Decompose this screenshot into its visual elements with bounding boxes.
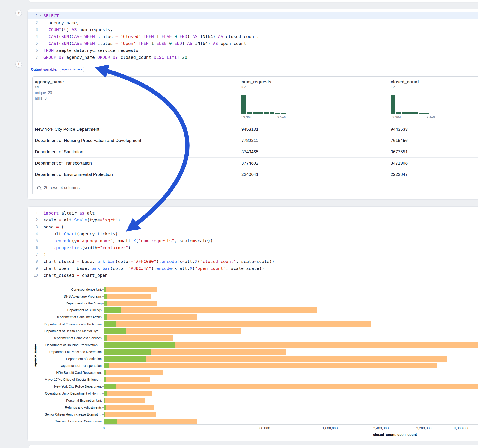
code-line[interactable]: 5 CAST(SUM(CASE WHEN status = 'Open' THE… [28, 40, 478, 47]
y-axis-label: Senior Citizen Rent Increase Exempti… [40, 411, 102, 418]
table-cell: 3749485 [241, 149, 391, 154]
y-axis-label: Refunds and Adjustments [40, 404, 102, 411]
bar-closed_count[interactable] [104, 384, 478, 389]
collapse-chevron-icon[interactable]: ▾ [38, 12, 43, 19]
python-editor[interactable]: 1import altair as alt2scale = alt.Scale(… [28, 207, 478, 279]
histogram-min: 53,304 [391, 115, 401, 119]
code-line[interactable]: 5 .encode(y="agency_name", x=alt.X("num_… [28, 237, 478, 244]
code-text[interactable]: alt.Chart(agency_tickets) [43, 230, 478, 237]
code-text[interactable]: GROUP BY agency_name ORDER BY closed_cou… [43, 54, 478, 61]
code-text[interactable]: agency_name, [43, 19, 478, 26]
code-text[interactable]: ) [43, 251, 478, 258]
bar-closed_count[interactable] [104, 322, 371, 327]
bar-open_count[interactable] [104, 307, 121, 313]
code-text[interactable]: .encode(y="agency_name", x=alt.X("num_re… [43, 237, 478, 244]
code-text[interactable]: CAST(SUM(CASE WHEN status = 'Closed' THE… [43, 33, 478, 40]
bar-open_count[interactable] [104, 314, 107, 320]
code-line[interactable]: 4 alt.Chart(agency_tickets) [28, 230, 478, 237]
sql-editor[interactable]: 1▾SELECT 2 agency_name,3 COUNT(*) AS num… [28, 9, 478, 61]
bar-open_count[interactable] [104, 363, 109, 368]
code-line[interactable]: 3 COUNT(*) AS num_requests, [28, 26, 478, 33]
bar-closed_count[interactable] [104, 335, 173, 341]
bar-open_count[interactable] [104, 287, 106, 292]
bar-closed_count[interactable] [104, 412, 156, 417]
bar-open_count[interactable] [104, 370, 106, 375]
code-line[interactable]: 2 agency_name, [28, 19, 478, 26]
column-header-num_requests[interactable]: num_requestsi6453,3049.5e6 [241, 79, 286, 119]
previous-cell-edge [29, 0, 478, 2]
code-text[interactable]: chart_closed = base.mark_bar(color="#FFC… [43, 258, 478, 265]
bar-open_count[interactable] [104, 412, 105, 417]
code-line[interactable]: 1▾SELECT [28, 12, 478, 19]
code-text[interactable]: base = ( [43, 224, 478, 230]
code-text[interactable]: chart_closed + chart_open [43, 272, 478, 279]
bar-closed_count[interactable] [104, 377, 150, 382]
table-row[interactable]: New York City Police Department945313194… [32, 124, 478, 135]
bar-open_count[interactable] [104, 356, 146, 361]
code-line[interactable]: 10chart_closed + chart_open [28, 272, 478, 279]
table-row[interactable]: Department of Environmental Protection22… [32, 169, 478, 180]
code-text[interactable]: scale = alt.Scale(type="sqrt") [43, 217, 478, 224]
code-line[interactable]: 6FROM sample_data.nyc.service_requests [28, 47, 478, 54]
bar-closed_count[interactable] [104, 356, 447, 361]
column-header-agency_name[interactable]: agency_namestrunique: 20nulls: 0 [35, 79, 64, 100]
line-number: 2 [28, 19, 38, 26]
chart-gridline [330, 286, 330, 424]
code-text[interactable]: chart_open = base.mark_bar(color="#8BC34… [43, 265, 478, 272]
bar-closed_count[interactable] [104, 300, 157, 306]
histogram-bar [258, 112, 263, 114]
table-row[interactable]: Department of Sanitation37494853677651 [32, 146, 478, 158]
histogram-bar [430, 114, 435, 114]
bar-open_count[interactable] [104, 391, 107, 396]
code-line[interactable]: 7GROUP BY agency_name ORDER BY closed_co… [28, 54, 478, 61]
table-row[interactable]: Department of Housing Preservation and D… [32, 135, 478, 146]
bar-closed_count[interactable] [104, 287, 157, 292]
code-text[interactable]: CAST(SUM(CASE WHEN status = 'Open' THEN … [43, 40, 478, 47]
bar-closed_count[interactable] [104, 314, 197, 320]
bar-open_count[interactable] [104, 294, 107, 299]
bar-closed_count[interactable] [104, 418, 197, 424]
bar-open_count[interactable] [104, 398, 105, 403]
search-icon[interactable] [37, 186, 41, 189]
table-row[interactable]: Department of Transportation377489234719… [32, 158, 478, 169]
bar-closed_count[interactable] [104, 398, 145, 403]
bar-open_count[interactable] [104, 384, 116, 389]
bar-open_count[interactable] [104, 328, 126, 334]
add-cell-button[interactable]: + [15, 61, 22, 68]
bar-open_count[interactable] [104, 418, 117, 424]
output-variable-chip[interactable]: agency_tickets [60, 67, 84, 72]
bar-open_count[interactable] [104, 342, 175, 348]
gutter-spacer [38, 258, 43, 265]
code-line[interactable]: 4 CAST(SUM(CASE WHEN status = 'Closed' T… [28, 33, 478, 40]
bar-closed_count[interactable] [104, 363, 437, 368]
code-line[interactable]: 9chart_open = base.mark_bar(color="#8BC3… [28, 265, 478, 272]
code-line[interactable]: 1import altair as alt [28, 210, 478, 217]
bar-open_count[interactable] [104, 300, 107, 306]
code-text[interactable]: FROM sample_data.nyc.service_requests [43, 47, 478, 54]
code-text[interactable]: COUNT(*) AS num_requests, [43, 26, 478, 33]
code-text[interactable]: .properties(width="container") [43, 244, 478, 251]
collapse-chevron-icon[interactable]: ▾ [38, 224, 43, 230]
code-line[interactable]: 3▾base = ( [28, 224, 478, 230]
bar-closed_count[interactable] [104, 391, 152, 396]
bar-closed_count[interactable] [104, 370, 163, 375]
gutter-spacer [38, 40, 43, 47]
code-text[interactable]: import altair as alt [43, 210, 478, 217]
bar-open_count[interactable] [104, 405, 106, 410]
y-axis-label: Department of Housing Preservation … [40, 342, 102, 348]
code-text[interactable]: SELECT [43, 12, 478, 19]
code-line[interactable]: 6 .properties(width="container") [28, 244, 478, 251]
bar-open_count[interactable] [104, 349, 151, 355]
add-cell-button[interactable]: + [15, 10, 22, 16]
bar-closed_count[interactable] [104, 307, 317, 313]
bar-open_count[interactable] [104, 322, 116, 327]
bar-open_count[interactable] [104, 335, 107, 341]
code-line[interactable]: 8chart_closed = base.mark_bar(color="#FF… [28, 258, 478, 265]
code-line[interactable]: 7) [28, 251, 478, 258]
bar-closed_count[interactable] [104, 294, 151, 299]
code-line[interactable]: 2scale = alt.Scale(type="sqrt") [28, 217, 478, 224]
column-header-closed_count[interactable]: closed_counti6453,3049.4e6 [391, 79, 435, 119]
bar-closed_count[interactable] [104, 405, 154, 410]
bar-open_count[interactable] [104, 377, 106, 382]
column-stat: unique: 20 [35, 91, 64, 95]
